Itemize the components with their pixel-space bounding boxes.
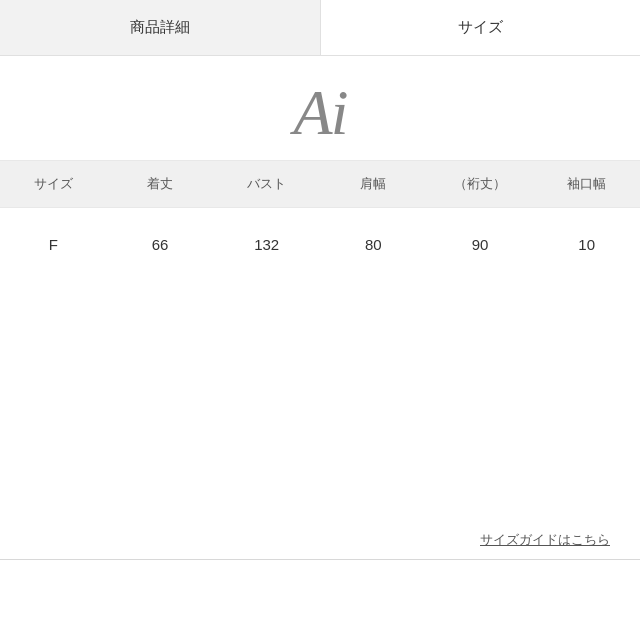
table-header-row: サイズ 着丈 バスト 肩幅 （裄丈） 袖口幅 <box>0 160 640 208</box>
cell-size: F <box>0 236 107 253</box>
size-guide-link[interactable]: サイズガイドはこちら <box>480 531 610 549</box>
table-data-row: F 66 132 80 90 10 <box>0 208 640 281</box>
tab-size[interactable]: サイズ <box>321 0 641 55</box>
page-container: 商品詳細 サイズ Ai サイズ 着丈 バスト 肩幅 （裄丈） 袖口幅 F 66 … <box>0 0 640 640</box>
brand-area: Ai <box>0 56 640 160</box>
tab-row: 商品詳細 サイズ <box>0 0 640 56</box>
tab-size-label: サイズ <box>458 18 503 35</box>
header-sleeve-width: 袖口幅 <box>533 175 640 193</box>
header-shoulder: 肩幅 <box>320 175 427 193</box>
tab-product-detail-label: 商品詳細 <box>130 18 190 35</box>
header-length: 着丈 <box>107 175 214 193</box>
brand-logo: Ai <box>294 76 347 150</box>
header-bust: バスト <box>213 175 320 193</box>
tab-product-detail[interactable]: 商品詳細 <box>0 0 321 55</box>
cell-sleeve-width: 10 <box>533 236 640 253</box>
cell-length: 66 <box>107 236 214 253</box>
cell-yuki: 90 <box>427 236 534 253</box>
header-yuki: （裄丈） <box>427 175 534 193</box>
cell-shoulder: 80 <box>320 236 427 253</box>
header-size: サイズ <box>0 175 107 193</box>
size-guide-area: サイズガイドはこちら <box>0 511 640 559</box>
cell-bust: 132 <box>213 236 320 253</box>
